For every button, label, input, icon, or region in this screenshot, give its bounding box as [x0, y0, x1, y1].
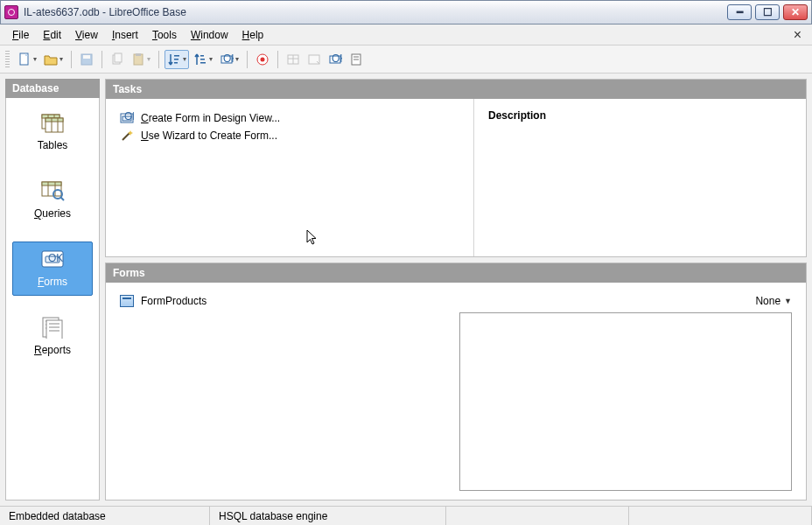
forms-list: FormProducts: [120, 295, 451, 491]
app-icon: [4, 5, 18, 19]
svg-rect-10: [200, 55, 204, 57]
status-engine: HSQL database engine: [210, 507, 446, 525]
svg-rect-7: [174, 55, 179, 57]
menu-window[interactable]: Window: [184, 27, 235, 43]
svg-line-39: [60, 197, 64, 200]
copy-button[interactable]: [108, 50, 127, 69]
svg-rect-9: [174, 62, 178, 64]
svg-rect-6: [136, 53, 141, 56]
svg-rect-4: [115, 53, 122, 62]
new-report-button[interactable]: [346, 50, 366, 69]
form-icon: [120, 295, 134, 307]
new-query-button[interactable]: [304, 50, 324, 69]
new-table-button[interactable]: [284, 50, 303, 69]
workspace: Database Tables Queries OK Forms Reports…: [0, 74, 812, 506]
status-empty-2: [629, 507, 812, 525]
sidebar-item-label: Queries: [34, 207, 71, 220]
right-panel: Tasks OK Create Form in Design View... U…: [105, 79, 807, 500]
status-bar: Embedded database HSQL database engine: [0, 506, 812, 525]
sidebar-item-reports[interactable]: Reports: [12, 310, 93, 364]
svg-text:OK: OK: [124, 111, 134, 122]
save-button[interactable]: [77, 50, 96, 69]
svg-rect-12: [200, 62, 206, 64]
svg-rect-47: [46, 320, 62, 339]
help-button[interactable]: [253, 50, 272, 69]
task-label: Use Wizard to Create Form...: [141, 130, 277, 142]
tasks-section: Tasks OK Create Form in Design View... U…: [105, 79, 807, 257]
svg-rect-11: [200, 59, 205, 60]
chevron-down-icon: ▼: [784, 297, 792, 305]
menu-view[interactable]: View: [68, 27, 105, 43]
form-item[interactable]: FormProducts: [120, 295, 451, 307]
task-description-pane: Description: [473, 99, 806, 256]
svg-text:OK: OK: [332, 52, 342, 65]
task-create-form-design[interactable]: OK Create Form in Design View...: [120, 109, 459, 127]
toolbar: OK OK: [0, 46, 812, 74]
svg-rect-8: [174, 59, 178, 60]
description-label: Description: [488, 109, 792, 122]
preview-box: [459, 312, 792, 491]
new-button[interactable]: [15, 50, 39, 69]
menu-tools[interactable]: Tools: [145, 27, 184, 43]
open-button[interactable]: [41, 50, 66, 69]
svg-rect-31: [46, 118, 63, 122]
tasks-header: Tasks: [106, 80, 806, 99]
toolbar-grip: [5, 51, 10, 68]
form-item-label: FormProducts: [141, 295, 206, 307]
forms-header: Forms: [106, 263, 806, 283]
form-button[interactable]: OK: [217, 50, 242, 69]
preview-mode-label: None: [755, 295, 780, 307]
paste-button[interactable]: [129, 50, 153, 69]
sort-asc-button[interactable]: [164, 50, 189, 69]
svg-point-16: [261, 57, 265, 61]
menu-edit[interactable]: Edit: [36, 27, 68, 43]
database-panel: Database Tables Queries OK Forms Reports: [5, 79, 100, 500]
title-bar: IL-ates6637.odb - LibreOffice Base ━ ☐ ✕: [0, 0, 812, 24]
svg-text:OK: OK: [223, 52, 234, 65]
svg-text:OK: OK: [48, 252, 63, 264]
maximize-button[interactable]: ☐: [755, 4, 780, 20]
database-panel-header: Database: [5, 79, 100, 98]
forms-section: Forms FormProducts None ▼: [105, 262, 807, 500]
status-embedded: Embedded database: [0, 507, 210, 525]
status-empty-1: [446, 507, 629, 525]
menu-insert[interactable]: Insert: [105, 27, 145, 43]
minimize-button[interactable]: ━: [727, 4, 752, 20]
menu-bar: File Edit View Insert Tools Window Help …: [0, 24, 812, 46]
new-form-button[interactable]: OK: [326, 50, 345, 69]
svg-rect-27: [42, 115, 60, 118]
preview-mode-dropdown[interactable]: None ▼: [459, 295, 792, 307]
svg-rect-35: [42, 182, 61, 186]
task-use-wizard[interactable]: Use Wizard to Create Form...: [120, 127, 459, 144]
close-document-icon[interactable]: ×: [788, 27, 807, 43]
sidebar-item-label: Forms: [38, 276, 67, 288]
tasks-list: OK Create Form in Design View... Use Wiz…: [106, 99, 473, 256]
menu-help[interactable]: Help: [235, 27, 271, 43]
window-title: IL-ates6637.odb - LibreOffice Base: [24, 6, 724, 18]
task-label: Create Form in Design View...: [141, 112, 280, 124]
sidebar-item-label: Reports: [34, 344, 71, 356]
sidebar-item-forms[interactable]: OK Forms: [12, 242, 93, 296]
sidebar-item-tables[interactable]: Tables: [12, 105, 93, 159]
menu-file[interactable]: File: [5, 27, 36, 43]
close-window-button[interactable]: ✕: [783, 4, 808, 20]
sidebar-item-queries[interactable]: Queries: [12, 173, 93, 228]
sidebar-item-label: Tables: [38, 139, 68, 151]
sort-desc-button[interactable]: [191, 50, 215, 69]
svg-rect-2: [83, 55, 90, 59]
